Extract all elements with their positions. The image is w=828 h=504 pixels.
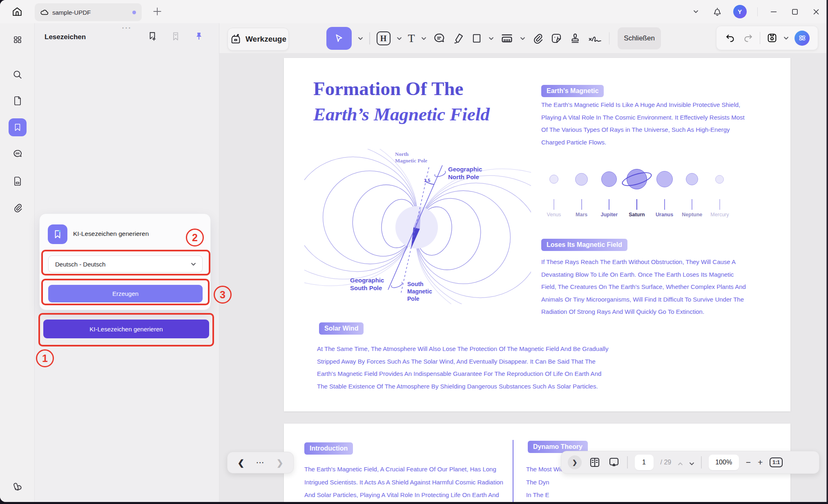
planet-tick bbox=[609, 199, 609, 210]
section-badge-introduction: Introduction bbox=[304, 442, 353, 455]
save-button[interactable] bbox=[766, 32, 778, 44]
stamp-tool-button[interactable] bbox=[569, 32, 581, 44]
maximize-icon bbox=[790, 7, 799, 16]
sidebar-item-pages[interactable] bbox=[9, 92, 27, 110]
previous-page-button[interactable] bbox=[678, 457, 683, 467]
sidebar-item-comments[interactable] bbox=[9, 145, 27, 163]
tools-row: H T bbox=[326, 25, 661, 51]
collapse-bar-button[interactable]: ❯ bbox=[568, 455, 582, 469]
sidebar-item-attachments[interactable] bbox=[9, 199, 27, 217]
nav-back-button[interactable]: ❮ bbox=[238, 458, 245, 468]
toolbox-icon bbox=[230, 33, 241, 45]
measure-tool-button[interactable] bbox=[500, 31, 514, 45]
chevron-down-icon[interactable] bbox=[422, 37, 426, 40]
planet-item: Venus bbox=[541, 167, 567, 218]
text-line: Field, The Creatures On The Earth's Surf… bbox=[541, 281, 746, 293]
zoom-level-input[interactable]: 100% bbox=[709, 455, 739, 470]
text-line: Magnetic bbox=[407, 288, 432, 295]
next-page-button[interactable] bbox=[690, 457, 694, 467]
two-page-view-button[interactable] bbox=[589, 456, 601, 468]
search-icon bbox=[12, 69, 23, 80]
planet-circle bbox=[656, 171, 673, 187]
zoom-out-button[interactable]: − bbox=[746, 457, 751, 467]
planet-item: Saturn bbox=[624, 167, 649, 218]
text-line: Devastating Blow To Life On Earth. Once … bbox=[541, 269, 746, 281]
document-tab[interactable]: sample-UPDF bbox=[35, 3, 142, 21]
maximize-button[interactable] bbox=[790, 7, 800, 17]
sidebar-item-appearance[interactable] bbox=[9, 478, 27, 496]
panel-title: Lesezeichen bbox=[45, 33, 86, 41]
notifications-button[interactable] bbox=[712, 7, 723, 17]
avatar[interactable]: Y bbox=[733, 5, 747, 18]
divider bbox=[760, 32, 761, 44]
page-number-input[interactable]: 1 bbox=[635, 455, 654, 470]
minimize-button[interactable] bbox=[768, 7, 779, 17]
sticker-tool-button[interactable] bbox=[550, 32, 562, 44]
pin-panel-button[interactable] bbox=[193, 30, 205, 42]
bookmark-list-button[interactable] bbox=[170, 30, 182, 42]
nav-forward-button[interactable]: ❯ bbox=[277, 458, 283, 468]
select-tool-button[interactable] bbox=[326, 27, 352, 50]
label-south-magnetic-pole: SouthMagneticPole bbox=[407, 280, 432, 302]
titlebar: sample-UPDF Y bbox=[0, 0, 826, 23]
text-line: Charged Particle Flows. bbox=[541, 136, 745, 149]
heading-tool-button[interactable]: H bbox=[377, 31, 391, 45]
paperclip-icon bbox=[531, 32, 544, 44]
chevron-down-icon[interactable] bbox=[784, 37, 788, 40]
text-line: Pole bbox=[407, 295, 432, 302]
page-total-label: / 29 bbox=[661, 459, 672, 466]
attach-tool-button[interactable] bbox=[531, 32, 544, 44]
planet-circle bbox=[575, 173, 588, 186]
add-bookmark-button[interactable] bbox=[146, 30, 158, 42]
presentation-button[interactable] bbox=[608, 456, 620, 468]
annotation-step-3: 3 bbox=[214, 286, 232, 304]
comment-tool-button[interactable] bbox=[433, 32, 446, 45]
sidebar-item-search[interactable] bbox=[9, 66, 27, 84]
view-controls-pill: ❯ 1 / 29 100% − + 1:1 bbox=[561, 451, 819, 474]
planet-tick bbox=[553, 199, 554, 210]
actual-size-button[interactable]: 1:1 bbox=[770, 457, 783, 467]
sticker-icon bbox=[550, 32, 562, 44]
chevron-down-icon[interactable] bbox=[520, 37, 525, 40]
close-editing-button[interactable]: Schließen bbox=[618, 27, 661, 49]
editor-toolbar: Werkzeuge H T bbox=[219, 23, 826, 53]
add-bookmark-icon bbox=[147, 31, 158, 42]
planet-label: Venus bbox=[547, 212, 561, 218]
new-tab-button[interactable] bbox=[152, 6, 163, 18]
chevron-down-icon[interactable] bbox=[397, 37, 402, 40]
sidebar-item-thumbnails[interactable] bbox=[9, 31, 27, 49]
annotation-rect-step2 bbox=[41, 250, 210, 275]
chevron-down-icon[interactable] bbox=[489, 37, 493, 40]
text-line: If These Rays Reach The Earth Without Ob… bbox=[541, 256, 746, 269]
cursor-icon bbox=[334, 33, 344, 44]
close-window-button[interactable] bbox=[811, 7, 821, 17]
comment-icon bbox=[12, 149, 23, 159]
sidebar-item-form[interactable] bbox=[9, 172, 27, 190]
label-geographic-north-pole: GeographicNorth Pole bbox=[448, 165, 482, 181]
text-tool-button[interactable]: T bbox=[408, 33, 415, 44]
titlebar-controls: Y bbox=[691, 0, 822, 23]
highlighter-tool-button[interactable] bbox=[452, 32, 464, 44]
annotation-step-2: 2 bbox=[186, 229, 204, 246]
panel-drag-handle[interactable]: ··· bbox=[122, 24, 132, 33]
zoom-in-button[interactable]: + bbox=[758, 457, 763, 467]
close-icon bbox=[812, 7, 821, 16]
ai-assistant-button[interactable] bbox=[795, 31, 810, 46]
text-line: North Pole bbox=[448, 173, 482, 181]
ai-bookmark-icon bbox=[52, 229, 63, 240]
home-button[interactable] bbox=[9, 4, 25, 20]
main-area: Werkzeuge H T bbox=[219, 23, 826, 502]
planet-circle bbox=[601, 171, 617, 187]
collapse-toolbar-button[interactable] bbox=[691, 7, 701, 17]
chevron-down-icon[interactable] bbox=[358, 37, 363, 40]
bell-icon bbox=[712, 7, 722, 17]
redo-button[interactable] bbox=[742, 32, 754, 44]
tools-menu-button[interactable]: Werkzeuge bbox=[228, 28, 289, 51]
text-line: The Stable Existence Of The Atmosphere B… bbox=[317, 380, 608, 393]
undo-button[interactable] bbox=[725, 32, 736, 44]
nav-more-button[interactable]: ··· bbox=[257, 459, 265, 467]
shape-tool-button[interactable] bbox=[471, 33, 482, 44]
document-viewport[interactable]: Formation Of The Earth’s Magnetic Field … bbox=[219, 53, 826, 502]
sidebar-item-bookmarks[interactable] bbox=[9, 118, 27, 136]
signature-tool-button[interactable] bbox=[588, 32, 603, 44]
